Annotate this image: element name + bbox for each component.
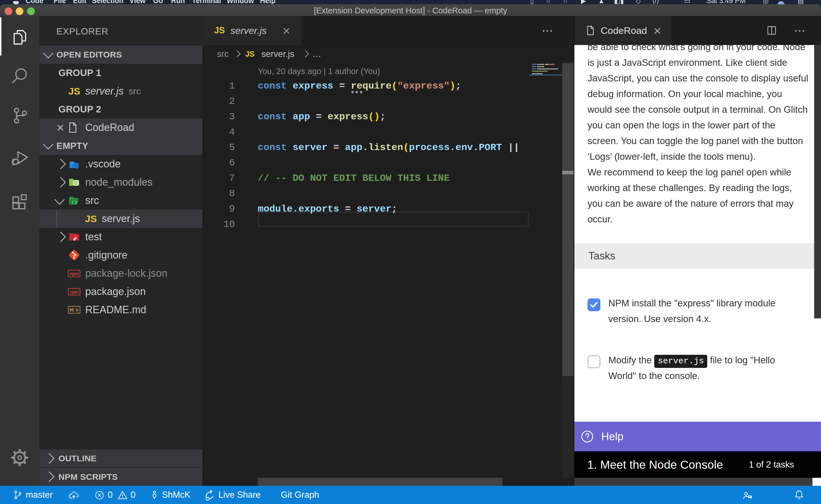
svg-text:npm: npm bbox=[70, 271, 79, 276]
svg-text:npm: npm bbox=[70, 289, 79, 294]
svg-text:JS: JS bbox=[73, 181, 78, 185]
